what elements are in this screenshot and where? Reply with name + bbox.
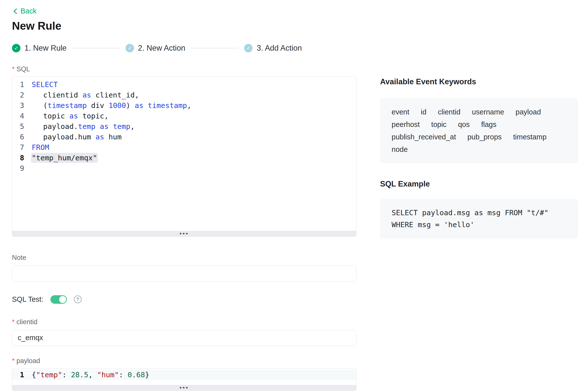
code-line-text: payload.temp as temp,: [32, 121, 135, 132]
event-keywords-list: eventidclientidusernamepayloadpeerhostto…: [392, 106, 567, 155]
line-number: 8: [12, 153, 24, 163]
step-label: 1. New Rule: [24, 44, 67, 53]
event-keywords-panel: eventidclientidusernamepayloadpeerhostto…: [380, 98, 578, 163]
step-connector: [72, 48, 120, 48]
code-line[interactable]: 1{"temp": 28.5, "hum": 0.68}: [12, 370, 356, 380]
note-input[interactable]: [12, 266, 356, 282]
code-line-text: topic as topic,: [32, 111, 109, 121]
event-keyword: clientid: [438, 106, 460, 117]
toggle-knob-icon: [59, 296, 66, 303]
clientid-label: clientid: [12, 318, 356, 326]
event-keyword: flags: [481, 119, 496, 130]
event-keyword: pub_props: [467, 131, 502, 142]
sql-test-label: SQL Test:: [12, 295, 43, 303]
code-line[interactable]: 6payload.hum as hum: [12, 132, 356, 142]
line-number: 1: [12, 79, 24, 90]
line-number: 7: [12, 142, 24, 153]
rule-form: SQL 1SELECT2clientid as client_id,3(time…: [12, 65, 356, 391]
line-number: 4: [12, 111, 24, 121]
note-label: Note: [12, 254, 356, 262]
event-keyword: event: [392, 106, 409, 117]
code-line[interactable]: 3(timestamp div 1000) as timestamp,: [12, 100, 356, 111]
payload-editor-lines[interactable]: 1{"temp": 28.5, "hum": 0.68}: [12, 369, 356, 385]
event-keywords-title: Available Event Keywords: [380, 77, 578, 87]
code-line-text: clientid as client_id,: [32, 90, 139, 100]
step-connector: [191, 48, 239, 48]
step-label: 2. New Action: [138, 44, 185, 53]
code-line-text: (timestamp div 1000) as timestamp,: [32, 100, 191, 111]
event-keyword: timestamp: [513, 131, 547, 142]
page-title: New Rule: [12, 20, 578, 32]
line-number: 1: [12, 370, 24, 380]
event-keyword: qos: [458, 119, 470, 130]
help-question-icon[interactable]: ?: [74, 295, 82, 303]
back-chevron-icon: [12, 8, 18, 15]
code-line-text: FROM: [32, 142, 49, 153]
code-line[interactable]: 1SELECT: [12, 79, 356, 90]
event-keyword: payload: [516, 106, 541, 117]
event-keyword: node: [392, 144, 408, 155]
sql-editor-resize-handle[interactable]: •••: [12, 231, 356, 236]
line-number: 6: [12, 132, 24, 142]
sql-example-line: WHERE msg = 'hello': [392, 219, 567, 231]
event-keyword: peerhost: [392, 119, 420, 130]
event-keyword: username: [472, 106, 504, 117]
line-number: 3: [12, 100, 24, 111]
code-line[interactable]: 2clientid as client_id,: [12, 90, 356, 100]
code-line-text: SELECT: [32, 79, 58, 90]
check-circle-icon: [244, 44, 253, 52]
payload-label: payload: [12, 357, 356, 365]
code-line-text: payload.hum as hum: [32, 132, 122, 142]
code-line[interactable]: 9: [12, 163, 356, 174]
payload-editor[interactable]: 1{"temp": 28.5, "hum": 0.68} •••: [12, 368, 356, 391]
code-line[interactable]: 4topic as topic,: [12, 111, 356, 121]
check-circle-icon: [12, 44, 20, 52]
code-line[interactable]: 8"temp_hum/emqx": [12, 153, 356, 163]
clientid-input[interactable]: [12, 330, 356, 346]
help-sidebar: Available Event Keywords eventidclientid…: [380, 65, 578, 391]
back-label: Back: [20, 7, 36, 15]
line-number: 9: [12, 163, 24, 174]
line-number: 5: [12, 121, 24, 132]
step-label: 3. Add Action: [257, 44, 302, 53]
event-keyword: publish_received_at: [392, 131, 456, 142]
sql-example-code: SELECT payload.msg as msg FROM "t/#"WHER…: [392, 207, 567, 231]
code-line[interactable]: 5payload.temp as temp,: [12, 121, 356, 132]
new-rule-page: Back New Rule 1. New Rule 2. New Action …: [0, 0, 588, 391]
back-link[interactable]: Back: [12, 7, 36, 15]
sql-label: SQL: [12, 65, 356, 73]
line-number: 2: [12, 90, 24, 100]
sql-example-line: SELECT payload.msg as msg FROM "t/#": [392, 207, 567, 219]
sql-editor[interactable]: 1SELECT2clientid as client_id,3(timestam…: [12, 77, 356, 237]
sql-example-panel: SELECT payload.msg as msg FROM "t/#"WHER…: [380, 199, 578, 239]
check-circle-icon: [126, 44, 134, 52]
step-1-new-rule[interactable]: 1. New Rule: [12, 44, 67, 53]
code-line-text: {"temp": 28.5, "hum": 0.68}: [32, 370, 149, 380]
event-keyword: id: [421, 106, 427, 117]
sql-test-toggle[interactable]: [50, 295, 67, 304]
code-line[interactable]: 7FROM: [12, 142, 356, 153]
stepper: 1. New Rule 2. New Action 3. Add Action: [12, 44, 578, 53]
content-columns: SQL 1SELECT2clientid as client_id,3(time…: [12, 65, 578, 391]
sql-editor-lines[interactable]: 1SELECT2clientid as client_id,3(timestam…: [12, 77, 356, 231]
code-line-text: "temp_hum/emqx": [32, 153, 97, 163]
payload-editor-resize-handle[interactable]: •••: [12, 385, 356, 391]
sql-test-row: SQL Test: ?: [12, 294, 356, 304]
event-keyword: topic: [431, 119, 446, 130]
step-2-new-action[interactable]: 2. New Action: [126, 44, 185, 53]
sql-example-title: SQL Example: [380, 179, 578, 189]
step-3-add-action[interactable]: 3. Add Action: [244, 44, 302, 53]
